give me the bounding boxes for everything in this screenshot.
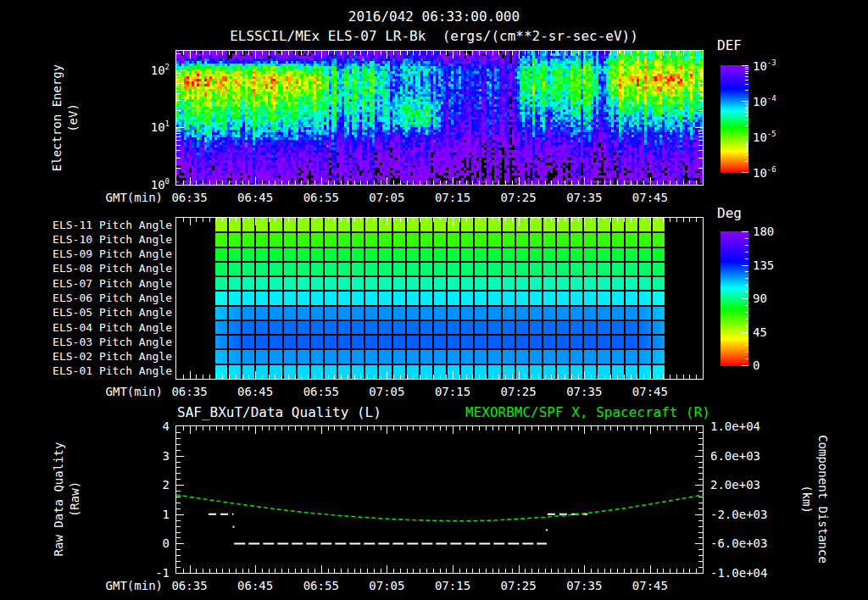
sddas-plot-screen: 2016/042 06:33:00.000 ELSSCIL/MEx ELS-07… [0,0,868,600]
energy-tick-label: 101 [131,119,170,134]
distance-y-axis-label: Component Distance (km) [798,435,831,564]
pitch-row-label: ELS-02 Pitch Angle [34,350,172,363]
time-tick-label: 07:05 [360,579,413,592]
quality-tick-label: 1 [129,508,170,521]
quality-tick-label: -1 [129,566,170,580]
time-tick-label: 07:45 [624,579,676,592]
gmt-label-middle: GMT(min) [86,385,163,398]
pitch-row-label: ELS-03 Pitch Angle [34,336,172,348]
spectrogram-panel [175,50,704,186]
def-tick-label: 10-3 [753,58,776,73]
energy-tick-label: 100 [131,177,170,192]
pitch-row-label: ELS-10 Pitch Angle [34,233,172,246]
time-tick-label: 06:45 [229,191,281,204]
pitch-row-label: ELS-04 Pitch Angle [34,321,172,334]
deg-tick-label: 135 [753,258,774,272]
distance-tick-label: -1.0e+04 [710,566,787,580]
spectrogram-canvas [176,51,703,185]
def-tick-label: 10-6 [753,165,776,180]
pitch-row-label: ELS-05 Pitch Angle [34,306,172,319]
time-tick-label: 07:35 [558,385,610,398]
bottom-title-left: SAF_BXuT/Data Quality (L) [177,404,381,420]
gmt-label-bottom: GMT(min) [86,579,163,592]
pitch-row-label: ELS-11 Pitch Angle [34,219,172,231]
time-tick-label: 07:25 [492,579,545,592]
distance-tick-label: 1.0e+04 [710,419,787,433]
time-tick-label: 06:35 [164,385,216,398]
quality-tick-label: 4 [129,419,170,433]
quality-tick-label: 2 [129,478,170,492]
def-tick-label: 10-4 [753,94,776,108]
pitch-row-label: ELS-09 Pitch Angle [34,247,172,260]
time-tick-label: 07:15 [426,191,479,204]
time-tick-label: 06:55 [295,385,348,398]
quality-distance-panel [175,425,704,574]
deg-tick-label: 45 [753,325,767,339]
quality-y-axis-label: Raw Data Quality (Raw) [51,442,83,557]
distance-tick-label: 6.0e+03 [710,449,787,463]
time-tick-label: 07:25 [492,385,545,398]
deg-tick-label: 90 [753,292,767,305]
pitch-row-label: ELS-07 Pitch Angle [34,277,172,290]
def-tick-label: 10-5 [753,130,776,144]
time-tick-label: 06:35 [164,191,216,204]
time-tick-label: 07:45 [624,385,676,398]
distance-tick-label: -2.0e+03 [710,508,787,521]
pitch-angle-canvas [176,218,703,379]
distance-tick-label: 2.0e+03 [710,478,787,492]
pitch-row-label: ELS-08 Pitch Angle [34,262,172,275]
time-tick-label: 07:15 [426,579,479,592]
deg-colorbar [721,231,748,366]
pitch-row-label: ELS-06 Pitch Angle [34,292,172,304]
time-tick-label: 07:05 [360,385,413,398]
def-colorbar-title: DEF [717,37,742,53]
gmt-label-top: GMT(min) [86,191,163,204]
distance-tick-label: -6.0e+03 [710,536,787,550]
time-tick-label: 06:55 [295,579,348,592]
def-colorbar [721,65,748,173]
time-tick-label: 07:25 [492,191,545,204]
pitch-row-label: ELS-01 Pitch Angle [34,364,172,377]
bottom-title-right: MEXORBMC/SPF X, Spacecraft (R) [405,404,710,420]
quality-distance-canvas [176,426,703,573]
quality-tick-label: 3 [129,449,170,463]
time-tick-label: 06:55 [295,191,348,204]
time-tick-label: 07:15 [426,385,479,398]
deg-colorbar-title: Deg [717,205,742,221]
quality-tick-label: 0 [129,536,170,550]
time-tick-label: 06:45 [229,579,281,592]
time-tick-label: 06:35 [164,579,216,592]
spectrogram-y-axis-label: Electron Energy (eV) [49,64,81,171]
time-tick-label: 07:35 [558,579,610,592]
pitch-angle-panel [175,217,704,380]
energy-tick-label: 102 [131,63,170,77]
page-title: 2016/042 06:33:00.000 [0,8,868,25]
deg-tick-label: 180 [753,225,774,238]
time-tick-label: 07:05 [360,191,413,204]
time-tick-label: 07:45 [624,191,676,204]
time-tick-label: 06:45 [229,385,281,398]
deg-tick-label: 0 [753,358,760,372]
time-tick-label: 07:35 [558,191,610,204]
